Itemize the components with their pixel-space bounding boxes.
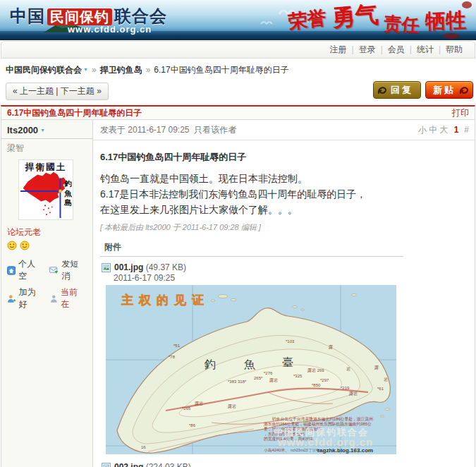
- thread-title-bar: 6.17中国钓鱼岛四十周年耻辱的日子 打印: [1, 105, 475, 120]
- svg-text:*86: *86: [189, 423, 196, 427]
- author-username[interactable]: lts2000: [7, 125, 38, 135]
- send-message-label: 发短消: [61, 258, 85, 282]
- nav-link-members[interactable]: 会员: [383, 44, 410, 54]
- attachment-filename[interactable]: 001.jpg: [114, 262, 143, 272]
- swirl-icon: [459, 85, 470, 96]
- breadcrumb-separator: »: [142, 65, 154, 75]
- slogan-word: 荣誉: [287, 5, 328, 35]
- chevron-down-icon[interactable]: ▼: [40, 128, 45, 133]
- breadcrumb-root[interactable]: 中国民间保钓联合会: [6, 65, 82, 75]
- nav-link-help[interactable]: 帮助: [441, 44, 468, 54]
- svg-text:*383 318*: *383 318*: [228, 380, 247, 384]
- svg-text:露岩 269: 露岩 269: [307, 368, 324, 373]
- island-name-char: 臺: [282, 356, 293, 368]
- user-space-label: 个人空: [18, 258, 42, 282]
- post-line: 6.17是日本非法控制我们东海钓鱼岛四十周年的耻辱的日子，: [100, 186, 475, 202]
- svg-text:露岩: 露岩: [349, 392, 358, 396]
- attachments-label: 附件: [100, 241, 403, 257]
- avatar-vertical-char: 魚: [63, 189, 72, 198]
- svg-text:*61: *61: [377, 387, 384, 391]
- prev-next-topic-button[interactable]: « 上一主题 | 下一主题 »: [6, 83, 109, 100]
- only-author-link[interactable]: 只看该作者: [194, 125, 236, 135]
- attachment-date: 2011-6-17 09:25: [114, 273, 403, 283]
- post-title: 6.17中国钓鱼岛四十周年耻辱的日子: [100, 151, 475, 164]
- author-realname: 梁智: [1, 139, 92, 154]
- post-body: 钓鱼岛一直就是中国领土。现在日本非法控制。 6.17是日本非法控制我们东海钓鱼岛…: [100, 171, 475, 217]
- paint-splatter: [444, 33, 459, 39]
- medal-row: [7, 241, 92, 253]
- print-link[interactable]: 打印: [452, 107, 469, 119]
- author-username-row: lts2000▼: [1, 120, 92, 139]
- island-name-char: 魚: [244, 358, 255, 370]
- floor-number: 1: [454, 125, 459, 135]
- avatar-vertical-char: 島: [64, 198, 72, 207]
- svg-text:*103: *103: [286, 339, 295, 344]
- mail-icon: [49, 266, 59, 274]
- slogan-word: 勇气: [331, 0, 380, 35]
- post-meta: 发表于 2011-6-17 09:25 只看该作者: [100, 124, 236, 136]
- banner-slogan: 荣誉勇气责任牺牲: [288, 3, 466, 35]
- reply-button[interactable]: 回复: [373, 81, 421, 99]
- breadcrumb-section[interactable]: 捍卫钓鱼岛: [100, 65, 142, 75]
- avatar-top-text: 捍衛國土: [25, 162, 66, 172]
- attachment-filename[interactable]: 002.jpg: [114, 462, 143, 467]
- new-post-button[interactable]: 新贴: [425, 81, 473, 99]
- chevron-down-icon[interactable]: ▼: [83, 67, 88, 72]
- nav-link-login[interactable]: 登录: [354, 44, 381, 54]
- thread-toolbar: « 上一主题 | 下一主题 » 回复 新贴: [0, 80, 476, 104]
- site-title-prefix: 中国: [10, 6, 45, 25]
- watermark-url: www.cfdd.org.cn: [277, 436, 373, 448]
- user-space-link[interactable]: 个人空: [7, 258, 42, 282]
- author-sidebar: lts2000▼ 梁智 捍衛國土 Diao yu Island 釣 魚 島 论坛…: [1, 120, 93, 467]
- attachment-size: (49.37 KB): [146, 262, 186, 272]
- send-message-link[interactable]: 发短消: [49, 258, 85, 282]
- image-file-icon: [102, 463, 111, 467]
- swirl-icon: [377, 85, 388, 96]
- nav-link-register[interactable]: 注册: [325, 44, 352, 54]
- svg-text:露岩: 露岩: [195, 401, 203, 406]
- attachments-panel: 附件 001.jpg (49.37 KB) 2011-6-17 09:25: [100, 241, 403, 467]
- svg-text:露: 露: [329, 345, 333, 350]
- reply-button-label: 回复: [391, 85, 413, 95]
- map-caption: 主权的见证: [121, 293, 209, 307]
- font-size-switcher[interactable]: 小 中 大: [418, 125, 448, 135]
- post-line: 在这里发上来几张图片让大家做个了解。。。: [100, 202, 475, 217]
- attachment-image-map[interactable]: 主权的见证 釣 魚 臺 *51 *78 *103 露 *276 *325 露岩 …: [106, 285, 403, 454]
- post-header-right: 小 中 大1#: [418, 124, 469, 136]
- map-surveyor: nch23ns23 丁云鸣: [291, 448, 319, 452]
- svg-text:露: 露: [374, 365, 379, 370]
- map-credit: ragzhk.blog.163.com: [317, 447, 373, 454]
- slogan-word: 牺牲: [425, 6, 466, 36]
- breadcrumb-topic: 6.17中国钓鱼岛四十周年耻辱的日子: [154, 65, 288, 75]
- add-friend-link[interactable]: 加为好: [7, 286, 43, 310]
- svg-text:*325: *325: [293, 374, 303, 378]
- svg-text:265*: 265*: [254, 376, 263, 380]
- new-post-button-label: 新贴: [433, 85, 456, 95]
- online-status-label: 当前在: [61, 286, 85, 310]
- site-title-highlight: 民间保钓: [47, 8, 112, 25]
- avatar-line-label: Diao yu Island: [28, 187, 51, 190]
- top-nav: 注册|登录|会员|统计|帮助: [1, 41, 475, 59]
- person-add-icon: [7, 294, 16, 303]
- svg-text:*219: *219: [341, 386, 350, 390]
- svg-text:露岩: 露岩: [228, 404, 236, 409]
- post-header-row: 发表于 2011-6-17 09:25 只看该作者 小 中 大1#: [93, 120, 475, 140]
- paint-splatter: [462, 1, 472, 8]
- svg-text:*276: *276: [264, 371, 273, 375]
- user-rank-badge: 论坛元老: [7, 226, 92, 238]
- post-content-cell: 发表于 2011-6-17 09:25 只看该作者 小 中 大1# 6.17中国…: [93, 120, 475, 467]
- home-icon: [7, 266, 16, 275]
- site-title-suffix: 联合会: [114, 6, 167, 25]
- image-file-icon: [102, 263, 111, 272]
- svg-text:*850: *850: [312, 383, 321, 387]
- floor-hash: #: [464, 125, 469, 135]
- slogan-word: 责任: [383, 11, 420, 37]
- avatar[interactable]: 捍衛國土 Diao yu Island 釣 魚 島: [18, 159, 73, 220]
- avatar-vertical-char: 釣: [63, 179, 72, 188]
- nav-link-stats[interactable]: 统计: [412, 44, 439, 54]
- add-friend-label: 加为好: [19, 286, 44, 310]
- svg-text:港东南约356公里处，福建福州长乐国际机场东偏南约385公: 港东南约356公里处，福建福州长乐国际机场东偏南约385公: [264, 421, 372, 427]
- edit-note: [ 本帖最后由 lts2000 于 2011-6-17 09:28 编辑 ]: [100, 222, 475, 233]
- island-marker: [59, 190, 62, 193]
- breadcrumb: 中国民间保钓联合会▼»捍卫钓鱼岛»6.17中国钓鱼岛四十周年耻辱的日子: [0, 59, 476, 80]
